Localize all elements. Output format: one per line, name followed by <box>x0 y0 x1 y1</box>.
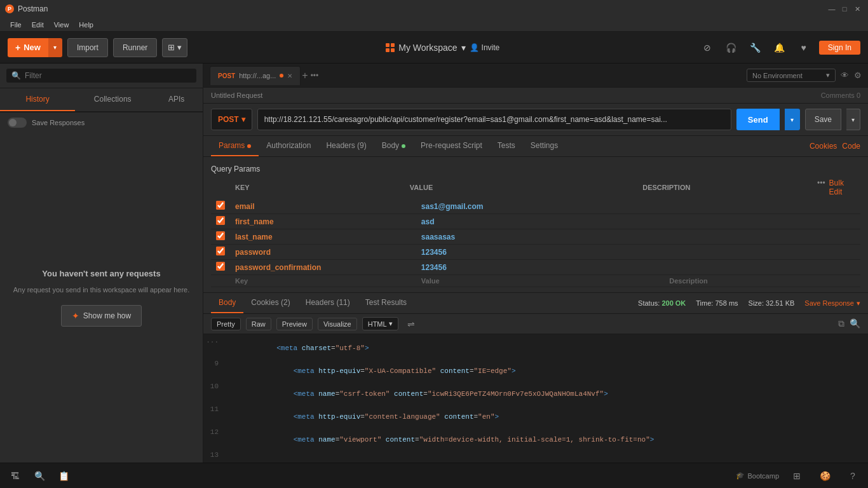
resp-tab-headers[interactable]: Headers (11) <box>298 293 358 313</box>
save-button[interactable]: Save <box>805 109 841 130</box>
copy-icon[interactable]: ⧉ <box>838 318 844 329</box>
new-dropdown-arrow[interactable]: ▾ <box>48 38 62 57</box>
history-icon[interactable]: 📋 <box>53 466 74 486</box>
heart-icon[interactable]: ♥ <box>795 39 813 57</box>
expand-icon[interactable]: ⊞ <box>787 466 807 486</box>
tab-params[interactable]: Params <box>211 136 259 156</box>
request-panel: POST http://...ag... ✕ + ••• No Environm… <box>203 64 868 463</box>
tab-tests[interactable]: Tests <box>490 136 523 156</box>
param-row-password-confirm: password_confirmation 123456 <box>211 260 860 275</box>
sidebar-tab-apis[interactable]: APIs <box>150 88 203 111</box>
save-responses-row: Save Responses <box>0 112 203 133</box>
headphone-icon[interactable]: 🎧 <box>722 39 740 57</box>
bell-icon[interactable]: 🔔 <box>771 39 789 57</box>
find-icon[interactable]: 🔍 <box>29 466 50 486</box>
request-tab-active[interactable]: POST http://...ag... ✕ <box>210 66 301 85</box>
bootcamp-button[interactable]: 🎓 Bootcamp <box>736 471 779 480</box>
search-response-icon[interactable]: 🔍 <box>850 318 860 329</box>
save-responses-toggle[interactable] <box>8 118 27 128</box>
url-input[interactable] <box>257 109 731 130</box>
cookie-icon[interactable]: 🍪 <box>815 466 835 486</box>
response-tabs-bar: Body Cookies (2) Headers (11) Test Resul… <box>203 293 868 314</box>
menu-edit[interactable]: Edit <box>27 20 49 30</box>
build-icon[interactable]: 🏗 <box>5 466 25 486</box>
code-line-12: 12 <meta name="viewport" content="width=… <box>203 428 868 451</box>
sign-in-button[interactable]: Sign In <box>819 41 860 55</box>
search-input[interactable] <box>25 71 191 80</box>
param-check-email[interactable] <box>216 201 225 210</box>
minimize-button[interactable]: — <box>826 3 837 15</box>
import-button[interactable]: Import <box>67 38 108 57</box>
param-key-last-name: last_name <box>235 233 421 241</box>
show-me-button[interactable]: ✦ Show me how <box>61 305 142 327</box>
window-controls: — □ ✕ <box>826 3 863 15</box>
resp-tab-body[interactable]: Body <box>211 293 243 313</box>
format-pretty-button[interactable]: Pretty <box>211 318 241 330</box>
col-key-header: KEY <box>235 184 410 191</box>
param-check-first-name[interactable] <box>216 216 225 225</box>
new-tab-button[interactable]: + <box>302 70 308 81</box>
taskbar-left: 🏗 🔍 📋 <box>5 466 74 486</box>
save-response-button[interactable]: Save Response ▾ <box>804 299 860 308</box>
invite-button[interactable]: 👤 Invite <box>470 43 500 52</box>
cookies-link[interactable]: Cookies <box>810 142 837 151</box>
param-check-last-name[interactable] <box>216 231 225 240</box>
close-button[interactable]: ✕ <box>851 3 863 15</box>
more-params-icon[interactable]: ••• <box>817 179 825 196</box>
maximize-button[interactable]: □ <box>839 3 850 15</box>
wrap-icon[interactable]: ⇌ <box>407 319 415 329</box>
response-area: Body Cookies (2) Headers (11) Test Resul… <box>203 292 868 463</box>
method-select[interactable]: POST ▾ <box>211 109 252 130</box>
bulk-edit-button[interactable]: Bulk Edit <box>829 179 855 196</box>
code-link[interactable]: Code <box>842 142 860 151</box>
new-button[interactable]: + New <box>8 38 48 57</box>
resp-right-icons: ⧉ 🔍 <box>838 318 860 329</box>
resp-tab-test-results[interactable]: Test Results <box>358 293 414 313</box>
tab-authorization[interactable]: Authorization <box>259 136 318 156</box>
sidebar-tab-history[interactable]: History <box>0 88 75 111</box>
format-visualize-button[interactable]: Visualize <box>318 318 357 330</box>
param-check-password[interactable] <box>216 247 225 255</box>
send-button[interactable]: Send <box>736 109 780 130</box>
col-val-header: VALUE <box>410 184 642 191</box>
sparkle-icon: ✦ <box>72 311 79 321</box>
help-icon[interactable]: ? <box>843 466 863 486</box>
resp-tab-cookies[interactable]: Cookies (2) <box>243 293 297 313</box>
tab-settings[interactable]: Settings <box>523 136 566 156</box>
environment-select[interactable]: No Environment ▾ <box>747 69 836 82</box>
tab-body[interactable]: Body <box>374 136 413 156</box>
workspace-dropdown: ▾ <box>461 43 466 53</box>
col-actions-header: ••• Bulk Edit <box>817 179 855 196</box>
param-key-empty: Key <box>235 277 421 285</box>
search-icon: 🔍 <box>11 71 21 80</box>
format-raw-button[interactable]: Raw <box>246 318 271 330</box>
env-eye-icon[interactable]: 👁 <box>841 71 849 80</box>
sidebar: 🔍 History Collections APIs Save Response… <box>0 64 203 463</box>
sidebar-tab-collections[interactable]: Collections <box>75 88 150 111</box>
workspace-button[interactable]: My Workspace ▾ <box>386 43 465 53</box>
runner-button[interactable]: Runner <box>113 38 157 57</box>
url-bar: POST ▾ Send ▾ Save ▾ <box>203 104 868 136</box>
format-preview-button[interactable]: Preview <box>276 318 313 330</box>
tab-headers[interactable]: Headers (9) <box>318 136 374 156</box>
save-responses-label: Save Responses <box>32 119 85 126</box>
format-type-dropdown[interactable]: HTML ▾ <box>362 317 398 330</box>
param-check-password-confirm[interactable] <box>216 262 225 271</box>
save-dropdown-button[interactable]: ▾ <box>846 109 860 130</box>
param-val-first-name: asd <box>421 217 669 226</box>
menu-file[interactable]: File <box>5 20 27 30</box>
menu-view[interactable]: View <box>49 20 74 30</box>
param-desc-empty: Description <box>669 277 855 285</box>
menu-help[interactable]: Help <box>74 20 98 30</box>
satellite-icon[interactable]: ⊘ <box>698 39 716 57</box>
format-type-label: HTML <box>368 320 387 328</box>
settings-icon[interactable]: 🔧 <box>747 39 764 57</box>
tab-pre-request[interactable]: Pre-request Script <box>413 136 490 156</box>
settings-icon-tab[interactable]: ⚙ <box>854 71 862 80</box>
sync-button[interactable]: ⊞ ▾ <box>162 38 187 57</box>
send-dropdown-button[interactable]: ▾ <box>785 109 800 130</box>
sidebar-empty-state: You haven't sent any requests Any reques… <box>0 133 203 463</box>
tab-more-button[interactable]: ••• <box>311 71 319 80</box>
comments-label: Comments 0 <box>821 92 860 99</box>
tab-close-icon[interactable]: ✕ <box>287 72 292 79</box>
